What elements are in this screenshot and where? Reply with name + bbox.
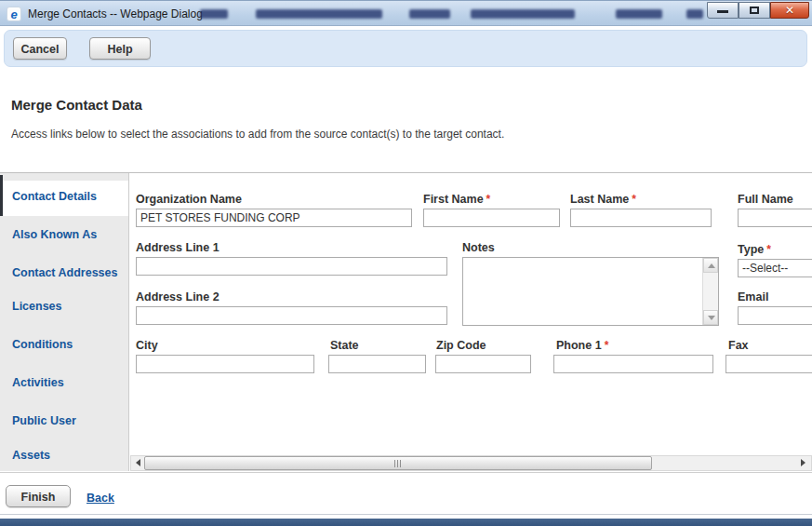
type-label: Type* [738, 243, 771, 256]
minimize-button[interactable] [707, 2, 739, 19]
label-text: Type [738, 243, 764, 256]
close-icon: ✕ [771, 4, 808, 17]
redacted-background-link [686, 9, 703, 19]
state-input[interactable] [328, 355, 426, 373]
content-bottom-divider [0, 472, 812, 473]
window-controls: ✕ [707, 2, 809, 19]
address-line-2-input[interactable] [136, 306, 447, 325]
close-button[interactable]: ✕ [770, 2, 809, 19]
back-link[interactable]: Back [87, 492, 114, 505]
address-line-1-input[interactable] [136, 257, 447, 276]
cancel-button[interactable]: Cancel [13, 37, 67, 60]
sidebar-item-licenses[interactable]: Licenses [0, 300, 128, 318]
label-text: Address Line 1 [136, 241, 220, 254]
scrollbar-thumb[interactable] [144, 456, 652, 470]
city-label: City [136, 339, 158, 352]
label-text: Phone 1 [556, 339, 602, 352]
sidebar-item-activities[interactable]: Activities [0, 376, 128, 395]
window-title-bar[interactable]: e Merge Contacts -- Webpage Dialog ✕ [0, 0, 812, 26]
required-asterisk: * [632, 193, 636, 206]
notes-label: Notes [462, 241, 495, 254]
label-text: Fax [728, 339, 749, 352]
redacted-background-link [616, 9, 662, 19]
label-text: Organization Name [136, 193, 242, 206]
label-text: Email [738, 290, 768, 303]
scroll-down-arrow[interactable] [703, 310, 718, 325]
footer-divider [0, 514, 812, 515]
state-label: State [330, 339, 359, 352]
label-text: Zip Code [436, 339, 486, 352]
required-asterisk: * [605, 339, 609, 352]
triangle-up-icon [708, 263, 715, 268]
zip-code-input[interactable] [435, 355, 531, 373]
fax-label: Fax [728, 339, 749, 352]
last-name-label: Last Name* [570, 193, 636, 206]
required-asterisk: * [766, 243, 771, 256]
label-text: Full Name [738, 193, 793, 206]
phone-1-label: Phone 1* [556, 339, 608, 352]
label-text: First Name [423, 193, 484, 206]
sidebar-nav: Contact Details Also Known As Contact Ad… [0, 173, 128, 471]
sidebar-item-contact-details[interactable]: Contact Details [0, 190, 128, 209]
zip-code-label: Zip Code [436, 339, 486, 352]
last-name-input[interactable] [570, 209, 712, 227]
email-input[interactable] [738, 306, 812, 325]
email-label: Email [738, 290, 768, 303]
internet-explorer-icon: e [7, 7, 21, 21]
city-input[interactable] [136, 355, 314, 373]
first-name-input[interactable] [423, 209, 560, 227]
label-text: Address Line 2 [136, 290, 220, 303]
dialog-bottom-frame [0, 519, 812, 526]
window-title: Merge Contacts -- Webpage Dialog [28, 7, 203, 20]
sidebar-item-contact-addresses[interactable]: Contact Addresses [0, 266, 128, 285]
maximize-icon [750, 7, 759, 14]
redacted-background-link [409, 9, 450, 19]
fax-input[interactable] [725, 355, 812, 373]
help-button[interactable]: Help [89, 37, 151, 60]
notes-textarea[interactable] [462, 257, 719, 326]
finish-button[interactable]: Finish [6, 485, 71, 507]
sidebar-item-also-known-as[interactable]: Also Known As [0, 228, 128, 247]
page-title: Merge Contact Data [11, 97, 142, 113]
sidebar-item-public-user[interactable]: Public User [0, 414, 128, 433]
window-edge-artifact [0, 175, 3, 216]
minimize-icon [717, 10, 728, 13]
phone-1-input[interactable] [553, 355, 713, 373]
full-name-label: Full Name [738, 193, 793, 206]
label-text: State [330, 339, 359, 352]
sidebar-divider [128, 173, 129, 471]
label-text: Notes [462, 241, 495, 254]
label-text: Last Name [570, 193, 629, 206]
triangle-down-icon [708, 316, 715, 320]
address-line-1-label: Address Line 1 [136, 241, 220, 254]
notes-vertical-scrollbar[interactable] [702, 258, 718, 325]
sidebar-item-assets[interactable]: Assets [0, 449, 128, 467]
first-name-label: First Name* [423, 193, 490, 206]
sidebar-item-conditions[interactable]: Conditions [0, 338, 128, 357]
triangle-left-icon [136, 459, 140, 466]
organization-name-label: Organization Name [136, 193, 242, 206]
redacted-background-link [200, 9, 228, 19]
maximize-button[interactable] [739, 2, 770, 19]
triangle-right-icon [801, 459, 805, 466]
required-asterisk: * [486, 193, 491, 206]
scroll-up-arrow[interactable] [703, 258, 718, 273]
scroll-right-arrow[interactable] [795, 456, 811, 470]
merge-contacts-dialog: e Merge Contacts -- Webpage Dialog ✕ Can… [0, 0, 812, 526]
redacted-background-link [471, 9, 575, 19]
label-text: City [136, 339, 158, 352]
full-name-input[interactable] [738, 209, 812, 227]
address-line-2-label: Address Line 2 [136, 290, 220, 303]
form-horizontal-scrollbar[interactable] [130, 455, 812, 471]
page-description: Access links below to select the associa… [11, 128, 504, 141]
redacted-background-link [256, 9, 382, 19]
type-select[interactable]: --Select-- [738, 259, 812, 277]
organization-name-input[interactable] [136, 209, 412, 227]
